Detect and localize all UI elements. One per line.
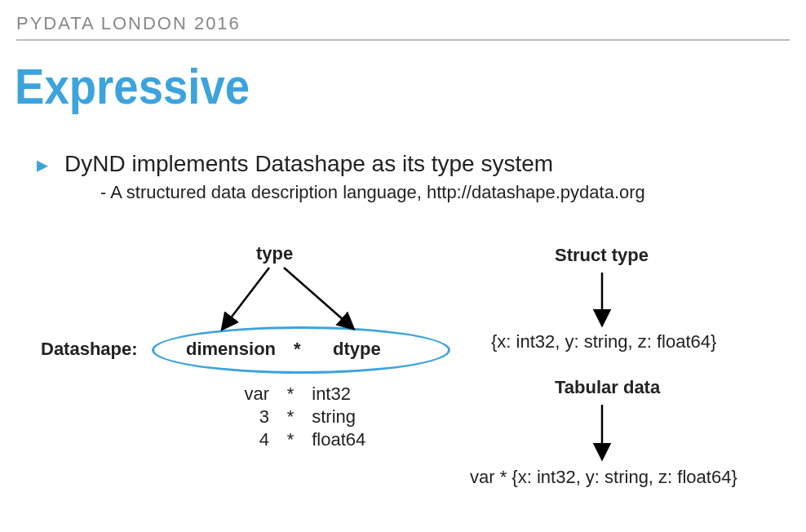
bullet-text: DyND implements Datashape as its type sy… (64, 151, 553, 176)
table-row: 3 * string (220, 406, 356, 428)
slide: PYDATA LONDON 2016 Expressive ▸ DyND imp… (0, 0, 806, 532)
dimension-label: dimension (186, 339, 276, 360)
cell-dimension: 3 (220, 406, 269, 428)
star-label: * (294, 339, 301, 360)
cell-dtype: string (312, 406, 356, 428)
header-rule (16, 39, 790, 41)
bullet-subtext: - A structured data description language… (37, 182, 790, 203)
table-row: 4 * float64 (220, 429, 365, 450)
struct-type-example: {x: int32, y: string, z: float64} (491, 331, 716, 352)
slide-title: Expressive (15, 57, 250, 115)
cell-star: * (274, 429, 307, 450)
arrow-type-to-dimension (224, 268, 269, 326)
dtype-label: dtype (333, 339, 381, 360)
tabular-data-example: var * {x: int32, y: string, z: float64} (470, 467, 737, 488)
bullet-line: ▸ DyND implements Datashape as its type … (37, 151, 790, 177)
cell-star: * (274, 406, 307, 428)
bullet-marker-icon: ▸ (37, 151, 48, 179)
cell-star: * (274, 383, 307, 405)
datashape-label: Datashape: (41, 339, 138, 360)
arrow-type-to-dtype (284, 268, 351, 326)
header-conference: PYDATA LONDON 2016 (16, 13, 790, 34)
cell-dtype: float64 (312, 429, 365, 450)
type-label: type (256, 243, 293, 264)
cell-dimension: var (220, 383, 269, 405)
tabular-data-label: Tabular data (555, 377, 660, 398)
struct-type-label: Struct type (555, 245, 649, 266)
cell-dimension: 4 (220, 429, 269, 450)
cell-dtype: int32 (312, 383, 351, 405)
table-row: var * int32 (220, 383, 351, 405)
bullet-block: ▸ DyND implements Datashape as its type … (37, 151, 790, 203)
